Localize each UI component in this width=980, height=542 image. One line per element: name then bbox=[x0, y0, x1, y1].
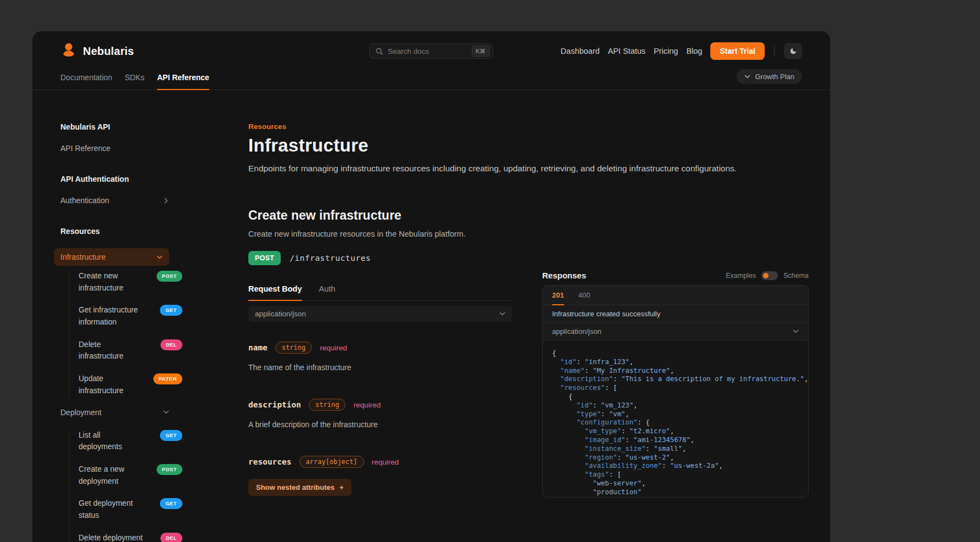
chevron-down-icon bbox=[163, 410, 169, 414]
chevron-down-icon bbox=[793, 329, 799, 333]
status-tab-201[interactable]: 201 bbox=[552, 286, 564, 305]
responses-heading: Responses bbox=[542, 271, 586, 280]
start-trial-button[interactable]: Start Trial bbox=[710, 42, 765, 60]
request-fields: namestringrequiredThe name of the infras… bbox=[248, 342, 512, 496]
field-required-badge: required bbox=[353, 401, 381, 409]
sidebar-subitem-create-new-infrastructure[interactable]: Create new infrastructurePOST bbox=[79, 270, 182, 294]
sidebar-group-resources: ResourcesInfrastructureCreate new infras… bbox=[60, 227, 202, 542]
method-badge-del: DEL bbox=[160, 339, 182, 350]
field-type-badge: array[object] bbox=[299, 456, 364, 468]
status-tab-400[interactable]: 400 bbox=[578, 286, 591, 305]
response-panel: 201400 Infrastructure created successful… bbox=[542, 285, 809, 498]
sidebar-subitem-delete-infrastructure[interactable]: Delete infrastructureDEL bbox=[79, 339, 182, 362]
sidebar-subitem-label: Create a new deployment bbox=[79, 463, 143, 487]
sidebar-item-label: Authentication bbox=[60, 196, 109, 205]
brand[interactable]: Nebularis bbox=[60, 42, 369, 60]
method-badge-post: POST bbox=[157, 464, 182, 475]
plus-icon: + bbox=[339, 483, 344, 491]
method-badge-get: GET bbox=[160, 305, 182, 316]
endpoint-title: Create new infrastructure bbox=[248, 208, 512, 223]
content-type-select[interactable]: application/json bbox=[248, 306, 512, 322]
field-name: description bbox=[248, 400, 301, 409]
sidebar-item-infrastructure[interactable]: Infrastructure bbox=[54, 248, 169, 266]
sidebar-subitem-label: Delete infrastructure bbox=[79, 339, 143, 362]
show-nested-attributes-button[interactable]: Show nested attributes+ bbox=[248, 479, 352, 496]
endpoint-path: /infrastructures bbox=[289, 254, 371, 262]
field-name: name bbox=[248, 343, 268, 352]
chevron-down-icon bbox=[499, 312, 505, 316]
search-shortcut-badge: K⌘ bbox=[472, 46, 489, 57]
tab-documentation[interactable]: Documentation bbox=[60, 73, 112, 90]
expander-label: Show nested attributes bbox=[256, 483, 335, 491]
chevron-down-icon bbox=[744, 75, 750, 79]
examples-label: Examples bbox=[726, 272, 756, 280]
sidebar-heading: Nebularis API bbox=[60, 122, 202, 131]
examples-schema-toggle[interactable] bbox=[761, 271, 778, 280]
sidebar-group-nebularis-api: Nebularis APIAPI Reference bbox=[60, 122, 202, 153]
sidebar-item-authentication[interactable]: Authentication bbox=[60, 196, 169, 205]
header-nav: DashboardAPI StatusPricingBlog bbox=[561, 47, 703, 55]
nav-link-blog[interactable]: Blog bbox=[686, 47, 702, 55]
app-window: Nebularis Search docs K⌘ DashboardAPI St… bbox=[32, 31, 830, 542]
request-tabs: Request BodyAuth bbox=[248, 284, 512, 301]
sidebar-item-api-reference[interactable]: API Reference bbox=[60, 144, 169, 153]
sidebar-heading: Resources bbox=[60, 227, 202, 236]
chevron-right-icon bbox=[163, 199, 169, 203]
sidebar-subitem-get-infrastructure-information[interactable]: Get infrastructure informationGET bbox=[79, 304, 182, 328]
nav-link-api-status[interactable]: API Status bbox=[608, 47, 646, 55]
response-code-block: { "id": "infra_123", "name": "My Infrast… bbox=[543, 340, 808, 497]
method-badge-patch: PATCH bbox=[153, 373, 182, 384]
search-input[interactable]: Search docs K⌘ bbox=[369, 43, 493, 59]
sidebar-subitem-label: Create new infrastructure bbox=[79, 270, 143, 294]
brand-name: Nebularis bbox=[83, 45, 134, 58]
sidebar-item-label: API Reference bbox=[60, 144, 110, 153]
field-name: namestringrequiredThe name of the infras… bbox=[248, 342, 512, 372]
field-description: A brief description of the infrastructur… bbox=[248, 420, 512, 429]
sidebar-subitem-label: List all deployments bbox=[79, 429, 143, 453]
tab-request-body[interactable]: Request Body bbox=[248, 284, 302, 301]
field-description: The name of the infrastructure bbox=[248, 363, 512, 372]
content-type-value: application/json bbox=[255, 310, 306, 318]
endpoint-subtitle: Create new infrastructure resources in t… bbox=[248, 230, 512, 238]
theme-toggle-button[interactable] bbox=[784, 43, 802, 59]
plan-selector[interactable]: Growth Plan bbox=[737, 69, 802, 84]
tab-api-reference[interactable]: API Reference bbox=[157, 73, 209, 90]
response-content-type-select[interactable]: application/json bbox=[543, 323, 808, 340]
field-type-badge: string bbox=[275, 342, 312, 354]
field-resources: resourcesarray[object]requiredShow neste… bbox=[248, 456, 512, 496]
sidebar-item-deployment[interactable]: Deployment bbox=[60, 408, 169, 417]
breadcrumb: Resources bbox=[248, 122, 809, 131]
field-description: descriptionstringrequiredA brief descrip… bbox=[248, 399, 512, 429]
chevron-down-icon bbox=[157, 255, 163, 259]
method-badge-post: POST bbox=[248, 251, 281, 265]
nav-link-dashboard[interactable]: Dashboard bbox=[561, 47, 600, 55]
sidebar-subitem-create-a-new-deployment[interactable]: Create a new deploymentPOST bbox=[79, 463, 182, 487]
toggle-knob bbox=[763, 273, 769, 278]
page-description: Endpoints for managing infrastructure re… bbox=[248, 164, 809, 174]
field-head: descriptionstringrequired bbox=[248, 399, 512, 411]
app-header: Nebularis Search docs K⌘ DashboardAPI St… bbox=[32, 39, 830, 90]
nebularis-logo-icon bbox=[60, 42, 77, 60]
field-head: resourcesarray[object]required bbox=[248, 456, 512, 468]
responses-section: Responses Examples Schema 201400 Infrast… bbox=[542, 208, 809, 498]
main-content: Resources Infrastructure Endpoints for m… bbox=[202, 122, 809, 542]
response-content-type-value: application/json bbox=[552, 327, 602, 336]
sidebar-subitem-update-infrastructure[interactable]: Update infrastructurePATCH bbox=[79, 373, 182, 396]
tab-auth[interactable]: Auth bbox=[319, 284, 336, 300]
sidebar-subitem-label: Get infrastructure information bbox=[79, 304, 143, 328]
sidebar-subitem-label: Delete deployment bbox=[79, 532, 143, 542]
sidebar-item-label: Infrastructure bbox=[60, 253, 105, 261]
sidebar-subitem-get-deployment-status[interactable]: Get deployment statusGET bbox=[79, 498, 182, 521]
sidebar-subitems-deployment: List all deploymentsGETCreate a new depl… bbox=[69, 429, 182, 542]
search-icon bbox=[376, 48, 383, 55]
sidebar-group-api-authentication: API AuthenticationAuthentication bbox=[60, 175, 202, 205]
field-type-badge: string bbox=[309, 399, 346, 411]
nav-link-pricing[interactable]: Pricing bbox=[654, 47, 678, 55]
tab-sdks[interactable]: SDKs bbox=[125, 73, 144, 90]
sidebar-subitem-list-all-deployments[interactable]: List all deploymentsGET bbox=[79, 429, 182, 453]
doc-tabs: DocumentationSDKsAPI Reference bbox=[60, 73, 209, 90]
sidebar-subitem-delete-deployment[interactable]: Delete deploymentDEL bbox=[79, 532, 182, 542]
field-required-badge: required bbox=[372, 458, 399, 466]
field-name: resources bbox=[248, 457, 292, 466]
status-tabs: 201400 bbox=[543, 286, 808, 305]
